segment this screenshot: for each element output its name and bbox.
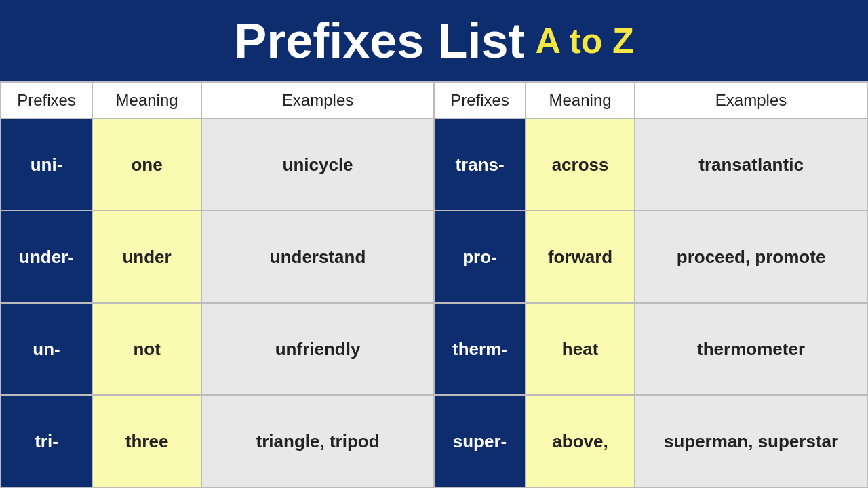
right-prefix-3: super-	[434, 395, 526, 487]
left-prefix-0: uni-	[1, 119, 92, 211]
right-prefix-1: pro-	[434, 211, 526, 303]
left-example-2: unfriendly	[201, 303, 434, 395]
table-container: Prefixes Meaning Examples Prefixes Meani…	[0, 81, 868, 488]
right-example-0: transatlantic	[635, 119, 867, 211]
col-header-prefix-right: Prefixes	[434, 82, 526, 119]
table-row: uni-oneunicycletrans-acrosstransatlantic	[1, 119, 867, 211]
page-header: Prefixes List A to Z	[0, 0, 868, 81]
left-prefix-2: un-	[1, 303, 92, 395]
left-example-1: understand	[201, 211, 434, 303]
col-header-example-left: Examples	[201, 82, 434, 119]
right-prefix-0: trans-	[434, 119, 526, 211]
right-example-3: superman, superstar	[635, 395, 867, 487]
left-meaning-1: under	[92, 211, 201, 303]
left-meaning-3: three	[92, 395, 201, 487]
table-row: un-notunfriendlytherm-heatthermometer	[1, 303, 867, 395]
page-subtitle: A to Z	[535, 20, 633, 61]
right-meaning-1: forward	[526, 211, 635, 303]
col-header-prefix-left: Prefixes	[1, 82, 92, 119]
col-header-meaning-right: Meaning	[526, 82, 635, 119]
left-meaning-2: not	[92, 303, 201, 395]
left-prefix-3: tri-	[1, 395, 92, 487]
page-title: Prefixes List	[234, 13, 524, 68]
left-prefix-1: under-	[1, 211, 92, 303]
prefixes-table: Prefixes Meaning Examples Prefixes Meani…	[0, 81, 868, 488]
table-header-row: Prefixes Meaning Examples Prefixes Meani…	[1, 82, 867, 119]
right-meaning-2: heat	[526, 303, 635, 395]
col-header-example-right: Examples	[635, 82, 867, 119]
right-example-2: thermometer	[635, 303, 867, 395]
table-row: under-underunderstandpro-forwardproceed,…	[1, 211, 867, 303]
right-example-1: proceed, promote	[635, 211, 867, 303]
col-header-meaning-left: Meaning	[92, 82, 201, 119]
right-meaning-0: across	[526, 119, 635, 211]
table-row: tri-threetriangle, tripodsuper-above,sup…	[1, 395, 867, 487]
right-prefix-2: therm-	[434, 303, 526, 395]
left-example-3: triangle, tripod	[201, 395, 434, 487]
left-example-0: unicycle	[201, 119, 434, 211]
right-meaning-3: above,	[526, 395, 635, 487]
left-meaning-0: one	[92, 119, 201, 211]
